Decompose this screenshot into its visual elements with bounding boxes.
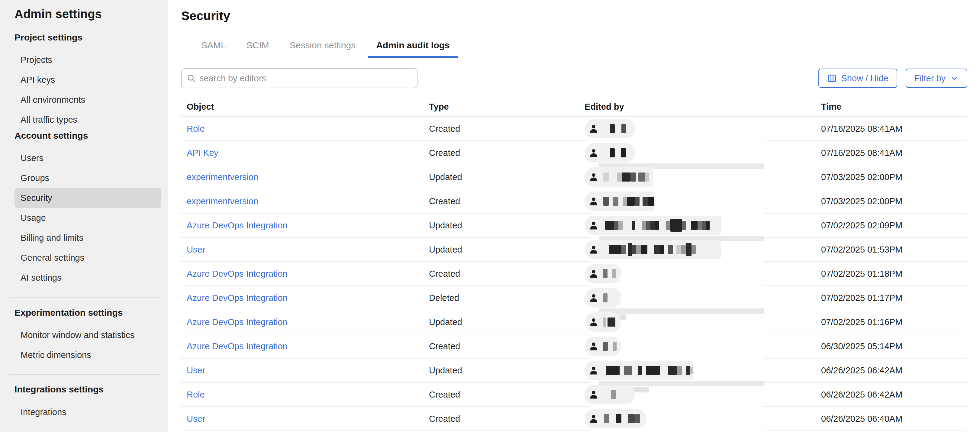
- person-icon: [588, 341, 599, 352]
- person-icon: [588, 196, 599, 206]
- sidebar-item-metric-dimensions[interactable]: Metric dimensions: [0, 345, 168, 365]
- filter-by-label: Filter by: [915, 73, 945, 83]
- redacted-editor: [585, 240, 721, 259]
- sidebar-section-items: Users Groups Security Usage Billing and …: [0, 148, 168, 287]
- column-header-object[interactable]: Object: [181, 102, 429, 112]
- redacted-editor: [585, 264, 621, 283]
- redacted-editor: [585, 167, 654, 187]
- type-cell: Created: [429, 124, 585, 134]
- redacted-editor: [585, 385, 635, 404]
- table-row: experimentversion Updated 07/03/2025 02:…: [181, 165, 967, 189]
- table-row: API Key Created 07/16/2025 08:41AM: [181, 141, 967, 165]
- sidebar-item-users[interactable]: Users: [0, 148, 168, 168]
- table-row: Role Created 06/26/2025 06:42AM: [181, 383, 967, 407]
- redacted-editor: [585, 361, 693, 380]
- edited-by-cell: [585, 334, 821, 358]
- redacted-editor: [585, 312, 621, 332]
- object-link[interactable]: Azure DevOps Integration: [187, 269, 288, 278]
- type-cell: Updated: [429, 317, 585, 327]
- sidebar-title: Admin settings: [14, 6, 168, 21]
- show-hide-label: Show / Hide: [842, 73, 888, 83]
- object-link[interactable]: User: [187, 365, 205, 375]
- object-link[interactable]: Azure DevOps Integration: [187, 293, 288, 303]
- edited-by-cell: [585, 383, 821, 406]
- edited-by-cell: [585, 407, 821, 430]
- sidebar-item-api-keys[interactable]: API keys: [0, 70, 168, 90]
- time-cell: 07/16/2025 08:41AM: [821, 148, 967, 158]
- toolbar-buttons: Show / Hide Filter by: [818, 68, 967, 88]
- sidebar-item-billing-and-limits[interactable]: Billing and limits: [0, 228, 168, 248]
- redacted-editor: [585, 337, 621, 356]
- type-cell: Updated: [429, 172, 585, 182]
- sidebar-item-projects[interactable]: Projects: [0, 50, 168, 70]
- show-hide-columns-button[interactable]: Show / Hide: [818, 68, 897, 88]
- edited-by-cell: [585, 165, 821, 189]
- table-row: Azure DevOps Integration Created 07/02/2…: [181, 262, 967, 286]
- chevron-down-icon: [950, 74, 959, 83]
- edited-by-cell: [585, 359, 821, 382]
- sidebar-item-all-environments[interactable]: All environments: [0, 90, 168, 110]
- redacted-editor: [585, 216, 721, 235]
- type-cell: Updated: [429, 365, 585, 375]
- tab-admin-audit-logs[interactable]: Admin audit logs: [368, 37, 458, 58]
- column-header-time[interactable]: Time: [821, 102, 967, 112]
- table-row: Azure DevOps Integration Updated 07/02/2…: [181, 214, 967, 238]
- sidebar-section-integrations-settings: Integrations settings: [14, 383, 168, 395]
- sidebar-item-security[interactable]: Security: [14, 188, 161, 208]
- type-cell: Created: [429, 196, 585, 206]
- edited-by-cell: [585, 286, 821, 310]
- type-cell: Created: [429, 390, 585, 400]
- person-icon: [588, 148, 599, 158]
- sidebar-item-integrations[interactable]: Integrations: [0, 402, 168, 422]
- time-cell: 07/16/2025 08:41AM: [821, 124, 967, 134]
- object-link[interactable]: Azure DevOps Integration: [187, 221, 288, 230]
- sidebar-section-items: Projects API keys All environments All t…: [0, 50, 168, 130]
- tab-scim[interactable]: SCIM: [239, 37, 277, 58]
- sidebar-item-usage[interactable]: Usage: [0, 208, 168, 228]
- sidebar-item-general-settings[interactable]: General settings: [0, 248, 168, 268]
- edited-by-cell: [585, 117, 821, 140]
- sidebar-divider: [8, 297, 161, 297]
- redacted-editor: [585, 288, 621, 308]
- sidebar-section-items: Integrations: [0, 402, 168, 422]
- filter-by-button[interactable]: Filter by: [906, 68, 967, 88]
- edited-by-cell: [585, 214, 821, 237]
- sidebar-item-all-traffic-types[interactable]: All traffic types: [0, 110, 168, 130]
- columns-icon: [827, 73, 837, 83]
- admin-settings-page: Admin settings Project settings Projects…: [0, 0, 980, 432]
- sidebar-section-project-settings: Project settings: [14, 32, 168, 43]
- sidebar-section-account-settings: Account settings: [14, 130, 168, 142]
- person-icon: [588, 220, 599, 231]
- type-cell: Created: [429, 148, 585, 158]
- edited-by-cell: [585, 310, 821, 334]
- object-link[interactable]: Role: [187, 390, 205, 399]
- sidebar-section-experimentation-settings: Experimentation settings: [14, 307, 168, 319]
- object-link[interactable]: experimentversion: [187, 196, 258, 206]
- table-row: Azure DevOps Integration Created 06/30/2…: [181, 334, 967, 359]
- time-cell: 06/26/2025 06:42AM: [821, 390, 967, 400]
- object-link[interactable]: User: [187, 414, 205, 424]
- object-link[interactable]: Azure DevOps Integration: [187, 341, 288, 351]
- sidebar: Admin settings Project settings Projects…: [0, 0, 168, 432]
- type-cell: Created: [429, 341, 585, 351]
- object-link[interactable]: API Key: [187, 148, 218, 158]
- redacted-editor: [585, 192, 655, 211]
- redacted-editor: [585, 409, 646, 428]
- object-link[interactable]: experimentversion: [187, 172, 258, 182]
- tab-saml[interactable]: SAML: [193, 37, 234, 58]
- column-header-type[interactable]: Type: [429, 102, 585, 112]
- sidebar-item-ai-settings[interactable]: AI settings: [0, 268, 168, 287]
- object-link[interactable]: Role: [187, 124, 205, 133]
- person-icon: [588, 365, 599, 376]
- sidebar-item-groups[interactable]: Groups: [0, 168, 168, 188]
- tab-session-settings[interactable]: Session settings: [282, 37, 364, 58]
- column-header-edited-by[interactable]: Edited by: [585, 102, 821, 112]
- page-title: Security: [181, 8, 980, 23]
- search-input[interactable]: [181, 68, 417, 88]
- sidebar-item-monitor-window-and-statistics[interactable]: Monitor window and statistics: [0, 325, 168, 345]
- object-link[interactable]: User: [187, 245, 205, 254]
- table-row: User Updated 07/02/2025 01:53PM: [181, 238, 967, 262]
- edited-by-cell: [585, 238, 821, 261]
- time-cell: 06/26/2025 06:40AM: [821, 414, 967, 424]
- object-link[interactable]: Azure DevOps Integration: [187, 317, 288, 327]
